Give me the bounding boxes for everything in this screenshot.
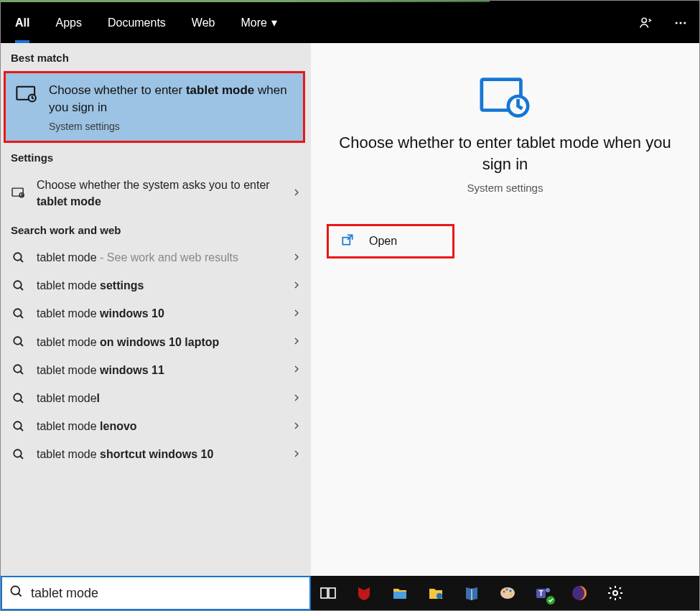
search-icon: [11, 334, 27, 350]
task-view-icon[interactable]: [318, 583, 338, 603]
tab-all[interactable]: All: [2, 2, 42, 43]
svg-point-26: [505, 588, 508, 590]
svg-point-23: [437, 593, 442, 599]
one-commander-icon[interactable]: [426, 583, 446, 603]
preview-title: Choose whether to enter tablet mode when…: [337, 132, 674, 174]
preview-subtitle: System settings: [467, 182, 543, 194]
web-result-text: tablet mode on windows 10 laptop: [37, 334, 282, 350]
tab-web[interactable]: Web: [179, 2, 228, 43]
svg-point-13: [14, 393, 22, 401]
web-result[interactable]: tablet model: [1, 384, 311, 412]
tablet-mode-icon: [14, 82, 40, 108]
open-external-icon: [340, 233, 355, 250]
web-result-text: tablet mode windows 11: [37, 362, 282, 378]
chevron-right-icon: [292, 335, 301, 348]
chevron-right-icon: [292, 279, 301, 292]
search-icon: [11, 391, 27, 406]
svg-point-11: [14, 337, 22, 345]
file-explorer-icon[interactable]: [390, 583, 410, 603]
svg-point-27: [509, 589, 511, 592]
tablet-mode-icon: [11, 185, 27, 201]
paint-icon[interactable]: [498, 583, 518, 603]
web-result-text: tablet mode windows 10: [37, 305, 282, 322]
web-result[interactable]: tablet mode settings: [1, 271, 311, 299]
svg-point-3: [683, 22, 686, 24]
teams-icon[interactable]: T: [533, 583, 554, 603]
search-input[interactable]: [31, 586, 302, 601]
more-options-icon[interactable]: [663, 2, 698, 43]
chevron-right-icon: [292, 448, 301, 461]
chevron-right-icon: [292, 251, 301, 264]
svg-point-14: [14, 421, 22, 429]
web-result-text: tablet mode - See work and web results: [37, 249, 282, 266]
search-icon: [11, 447, 27, 462]
results-pane: Best match Choose whether to enter table…: [1, 43, 311, 577]
search-icon: [9, 584, 24, 602]
search-icon: [11, 278, 27, 294]
section-web: Search work and web: [1, 215, 311, 243]
web-result[interactable]: tablet mode - See work and web results: [1, 243, 311, 271]
chevron-right-icon: [292, 187, 301, 200]
web-result-text: tablet model: [37, 390, 282, 406]
settings-icon[interactable]: [605, 583, 625, 603]
firefox-icon[interactable]: [569, 583, 589, 603]
search-icon: [11, 419, 27, 434]
svg-text:T: T: [538, 589, 543, 597]
web-result[interactable]: tablet mode windows 11: [1, 356, 311, 384]
web-result[interactable]: tablet mode shortcut windows 10: [1, 440, 311, 468]
search-box[interactable]: [1, 576, 311, 610]
svg-rect-21: [329, 588, 335, 598]
svg-point-28: [510, 593, 512, 595]
chevron-right-icon: [292, 307, 301, 320]
feedback-icon[interactable]: [629, 2, 663, 43]
search-icon: [11, 306, 27, 322]
web-result[interactable]: tablet mode lenovo: [1, 412, 311, 440]
open-label: Open: [369, 235, 397, 248]
web-result[interactable]: tablet mode windows 10: [1, 299, 311, 327]
book-icon[interactable]: [462, 583, 482, 603]
mcafee-icon[interactable]: [354, 583, 374, 603]
taskbar: T: [311, 576, 699, 610]
svg-point-8: [14, 253, 22, 261]
chevron-right-icon: [292, 420, 301, 433]
tablet-mode-icon: [477, 73, 533, 119]
tab-more[interactable]: More▾: [228, 2, 289, 43]
svg-point-9: [14, 281, 22, 289]
chevron-right-icon: [292, 392, 301, 405]
svg-point-12: [14, 365, 22, 373]
svg-rect-20: [321, 588, 327, 598]
web-result[interactable]: tablet mode on windows 10 laptop: [1, 328, 311, 356]
svg-point-19: [11, 587, 20, 595]
svg-point-15: [14, 449, 22, 457]
best-match-subtitle: System settings: [49, 121, 293, 132]
web-result-text: tablet mode lenovo: [37, 418, 282, 434]
chevron-right-icon: [292, 363, 301, 376]
svg-point-1: [676, 22, 678, 24]
settings-result[interactable]: Choose whether the system asks you to en…: [1, 171, 311, 215]
svg-rect-22: [393, 592, 406, 599]
tab-apps[interactable]: Apps: [42, 2, 94, 43]
tab-documents[interactable]: Documents: [95, 2, 179, 43]
preview-pane: Choose whether to enter tablet mode when…: [311, 43, 699, 577]
svg-point-0: [642, 18, 646, 22]
web-result-text: tablet mode shortcut windows 10: [37, 446, 282, 462]
web-result-text: tablet mode settings: [37, 277, 282, 294]
search-icon: [11, 250, 27, 266]
settings-result-text: Choose whether the system asks you to en…: [37, 177, 282, 210]
svg-point-31: [546, 588, 550, 592]
best-match-title: Choose whether to enter tablet mode when…: [49, 82, 293, 116]
section-settings: Settings: [1, 143, 311, 171]
svg-point-2: [680, 22, 682, 24]
search-icon: [11, 362, 27, 378]
svg-point-10: [14, 309, 22, 317]
open-button[interactable]: Open: [327, 224, 454, 258]
bottom-bar: T: [1, 576, 699, 610]
svg-point-25: [503, 590, 505, 592]
svg-point-34: [613, 591, 617, 595]
chevron-down-icon: ▾: [271, 16, 277, 29]
search-tabbar: All Apps Documents Web More▾: [1, 2, 699, 43]
best-match-result[interactable]: Choose whether to enter tablet mode when…: [4, 71, 305, 143]
section-best-match: Best match: [1, 43, 311, 71]
